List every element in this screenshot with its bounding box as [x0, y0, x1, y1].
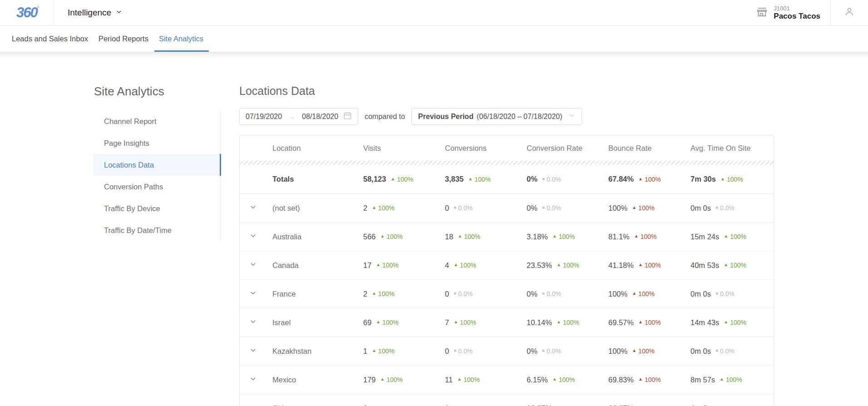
no-change-icon: ■ [454, 348, 456, 353]
delta-badge: ■0.0% [715, 204, 735, 212]
row-expand-chevron[interactable] [240, 204, 272, 213]
sidebar-menu: Channel ReportPage InsightsLocations Dat… [93, 110, 221, 241]
metric-cell-conversions: 3,835▲100% [445, 175, 527, 183]
delta-value: 100% [563, 262, 579, 269]
chevron-down-icon [250, 290, 256, 298]
comparison-select[interactable]: Previous Period (06/18/2020 – 07/18/2020… [411, 108, 582, 125]
date-start: 07/19/2020 [246, 113, 282, 121]
delta-badge: ▲100% [454, 262, 476, 269]
metric-value: 66.67% [608, 404, 634, 406]
logo-360[interactable]: 360 [16, 5, 37, 21]
arrow-up-icon: ▲ [457, 377, 462, 381]
row-expand-chevron[interactable] [240, 261, 272, 270]
chevron-down-icon [250, 204, 256, 213]
row-expand-chevron[interactable] [240, 290, 272, 298]
no-change-icon: ■ [454, 205, 456, 210]
delta-value: 100% [563, 319, 579, 326]
metric-value: 4 [445, 261, 449, 270]
metric-value: 0% [527, 290, 538, 298]
tab-site-analytics[interactable]: Site Analytics [158, 26, 204, 52]
chevron-down-icon [250, 233, 256, 241]
row-expand-chevron[interactable] [240, 376, 272, 384]
metric-value: 1 [445, 404, 449, 406]
delta-badge: ▲100% [632, 290, 655, 297]
sidebar-item-conversion-paths[interactable]: Conversion Paths [93, 176, 221, 198]
metric-cell-visits: 566▲100% [363, 233, 445, 241]
row-expand-chevron[interactable] [240, 318, 272, 327]
row-expand-chevron[interactable] [240, 347, 272, 356]
delta-value: 100% [638, 290, 655, 297]
delta-badge: ▲100% [634, 233, 657, 240]
delta-value: 100% [378, 347, 395, 355]
metric-cell-conversions: 4▲100% [445, 261, 527, 270]
primary-nav: Leads and Sales InboxPeriod ReportsSite … [0, 26, 868, 52]
column-header-avg-time-on-site: Avg. Time On Site [690, 144, 774, 153]
location-label: Israel [272, 318, 363, 327]
arrow-up-icon: ▲ [720, 177, 725, 181]
tab-period-reports[interactable]: Period Reports [98, 26, 149, 52]
table-row-france: France2▲100%0■0.0%0%■0.0%100%▲100%0m 0s■… [240, 280, 774, 308]
metric-value: 69.83% [608, 376, 634, 384]
delta-badge: ▲100% [380, 376, 403, 383]
metric-value: 67.84% [608, 175, 634, 183]
user-menu[interactable] [830, 0, 868, 25]
delta-badge: ■0.0% [454, 204, 473, 212]
metric-value: 0 [445, 290, 449, 298]
arrow-up-icon: ▲ [468, 177, 473, 181]
row-expand-chevron[interactable] [240, 404, 272, 406]
column-header-conversion-rate: Conversion Rate [527, 144, 608, 153]
metric-value: 17 [363, 261, 371, 270]
table-row-australia: Australia566▲100%18▲100%3.18%▲100%81.1%▲… [240, 223, 774, 251]
sidebar-item-traffic-by-device[interactable]: Traffic By Device [93, 198, 221, 219]
table-row-canada: Canada17▲100%4▲100%23.53%▲100%41.18%▲100… [240, 251, 774, 280]
metric-cell-conversion-rate: 0%■0.0% [527, 347, 608, 356]
metric-cell-conversion-rate: 3.18%▲100% [527, 233, 608, 241]
metric-cell-avg-time-on-site: 40m 53s▲100% [690, 261, 774, 270]
hatched-separator [240, 161, 774, 165]
arrow-up-icon: ▲ [720, 377, 724, 381]
table-row-not-set: (not set)2▲100%0■0.0%0%■0.0%100%▲100%0m … [240, 194, 774, 223]
chevron-down-icon [250, 376, 256, 384]
date-end: 08/18/2020 [302, 113, 338, 121]
delta-value: 100% [460, 262, 476, 269]
date-range-arrow-icon: → [289, 113, 295, 120]
metric-value: 6.15% [527, 376, 548, 384]
arrow-up-icon: ▲ [390, 177, 395, 181]
row-expand-chevron[interactable] [240, 233, 272, 241]
metric-value: 100% [608, 347, 627, 356]
delta-value: 0.0% [720, 290, 735, 297]
metric-value: 2 [363, 290, 367, 298]
arrow-up-icon: ▲ [557, 262, 561, 267]
page-content: Site Analytics Channel ReportPage Insigh… [0, 59, 868, 406]
metric-cell-conversion-rate: 23.53%▲100% [527, 261, 608, 270]
date-range-picker[interactable]: 07/19/2020 → 08/18/2020 [239, 108, 358, 125]
account-id: J1001 [774, 5, 820, 12]
table-row-israel: Israel69▲100%7▲100%10.14%▲100%69.57%▲100… [240, 308, 774, 337]
tab-leads-and-sales-inbox[interactable]: Leads and Sales Inbox [11, 26, 89, 52]
metric-cell-bounce-rate: 81.1%▲100% [608, 233, 690, 241]
delta-value: 100% [641, 233, 657, 240]
arrow-up-icon: ▲ [454, 320, 458, 324]
sidebar-item-locations-data[interactable]: Locations Data [93, 154, 221, 176]
delta-value: 100% [464, 233, 480, 240]
sidebar-item-traffic-by-date-time[interactable]: Traffic By Date/Time [93, 219, 221, 241]
delta-badge: ■0.0% [542, 204, 561, 212]
metric-value: 15m 24s [690, 233, 719, 241]
delta-value: 0.0% [458, 290, 473, 297]
delta-value: 100% [645, 262, 661, 269]
metric-cell-avg-time-on-site: 15m 24s▲100% [690, 233, 774, 241]
account-info[interactable]: J1001 Pacos Tacos [756, 5, 830, 21]
sidebar-item-channel-report[interactable]: Channel Report [93, 110, 221, 132]
product-switcher[interactable]: Intelligence [54, 8, 123, 18]
metric-value: 0 [445, 347, 449, 356]
metric-cell-conversion-rate: 10.14%▲100% [527, 318, 608, 327]
sidebar-item-page-insights[interactable]: Page Insights [93, 132, 221, 154]
delta-badge: ▲100% [552, 376, 575, 383]
delta-value: 0.0% [458, 347, 473, 355]
metric-cell-avg-time-on-site: 0m 0s■0.0% [690, 347, 774, 356]
location-label: Australia [272, 233, 363, 241]
delta-value: 100% [727, 176, 743, 183]
metric-value: 18 [445, 233, 453, 241]
delta-badge: ■0.0% [715, 290, 735, 297]
arrow-up-icon: ▲ [632, 291, 636, 296]
